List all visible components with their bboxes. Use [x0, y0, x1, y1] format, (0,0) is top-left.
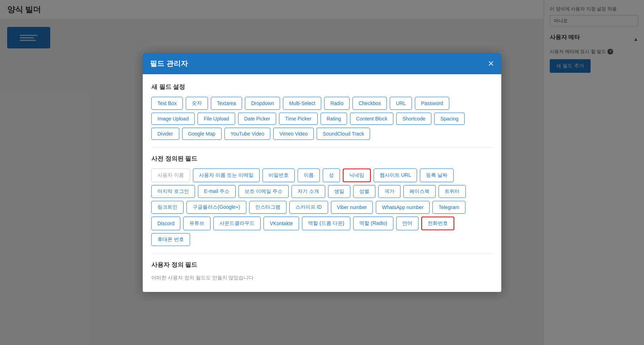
- custom-section-title: 사용자 정의 필드: [151, 261, 493, 269]
- predefined-btn-password-pre[interactable]: 비밀번호: [262, 169, 295, 182]
- predefined-btn-twitter[interactable]: 트위터: [439, 185, 466, 198]
- new-field-btn-youtube-video[interactable]: YouTube Video: [224, 128, 270, 140]
- predefined-btn-viber[interactable]: Viber number: [331, 201, 373, 214]
- modal-title: 필드 관리자: [150, 59, 188, 68]
- predefined-btn-username-or-email[interactable]: 사용자 이름 또는 이메일: [193, 169, 260, 182]
- new-field-btn-dropdown[interactable]: Dropdown: [245, 97, 280, 110]
- predefined-btn-gender[interactable]: 성별: [353, 185, 375, 198]
- new-field-btn-rating[interactable]: Rating: [321, 113, 347, 125]
- new-field-btn-textarea[interactable]: Textarea: [211, 97, 242, 110]
- modal-body: 새 필드 설정 Text Box숫자TextareaDropdownMulti-…: [143, 74, 501, 292]
- new-field-btn-multi-select[interactable]: Multi-Select: [283, 97, 321, 110]
- new-field-btn-time-picker[interactable]: Time Picker: [279, 113, 317, 125]
- modal-close-button[interactable]: ✕: [488, 60, 494, 68]
- predefined-btn-facebook[interactable]: 페이스북: [403, 185, 436, 198]
- new-field-btn-checkbox[interactable]: Checkbox: [352, 97, 387, 110]
- predefined-section-title: 사전 정의된 필드: [151, 155, 493, 163]
- predefined-btn-linkedin[interactable]: 링크트인: [151, 201, 184, 214]
- predefined-btn-bio[interactable]: 자기 소개: [292, 185, 325, 198]
- section-divider2: [151, 253, 493, 254]
- new-field-section-title: 새 필드 설정: [151, 83, 493, 91]
- predefined-btn-country[interactable]: 국가: [378, 185, 401, 198]
- predefined-btn-soundcloud[interactable]: 사운드클라우드: [213, 217, 261, 230]
- predefined-btn-username: 사용자 이름: [151, 169, 190, 182]
- predefined-field-buttons: 사용자 이름사용자 이름 또는 이메일비밀번호이름성닉네임웹사이트 URL등록 …: [151, 169, 493, 246]
- predefined-btn-lastname[interactable]: 성: [323, 169, 340, 182]
- predefined-btn-role-dropdown[interactable]: 역할 (드롭 다운): [302, 217, 350, 230]
- predefined-btn-reg-date[interactable]: 등록 날짜: [420, 169, 454, 182]
- predefined-btn-email[interactable]: E-mail 주소: [198, 185, 236, 198]
- predefined-btn-role-radio[interactable]: 역할 (Radio): [353, 217, 393, 230]
- custom-empty-text: 어떠한 사용자 정의 필드도 만들지 않았습니다: [151, 275, 493, 281]
- new-field-btn-content-block[interactable]: Content Block: [350, 113, 393, 125]
- predefined-btn-website-url[interactable]: 웹사이트 URL: [374, 169, 417, 182]
- new-field-btn-file-upload[interactable]: File Upload: [198, 113, 235, 125]
- predefined-btn-whatsapp[interactable]: WhatsApp number: [376, 201, 430, 214]
- new-field-buttons: Text Box숫자TextareaDropdownMulti-SelectRa…: [151, 97, 493, 140]
- new-field-btn-text-box[interactable]: Text Box: [151, 97, 183, 110]
- new-field-btn-radio[interactable]: Radio: [324, 97, 350, 110]
- predefined-btn-vkontakte[interactable]: VKontakte: [264, 217, 299, 230]
- predefined-btn-phone[interactable]: 전화번호: [421, 217, 454, 230]
- new-field-btn-date-picker[interactable]: Date Picker: [238, 113, 276, 125]
- new-field-btn-google-map[interactable]: Google Map: [182, 128, 222, 140]
- new-field-btn-spacing[interactable]: Spacing: [434, 113, 465, 125]
- predefined-btn-instagram[interactable]: 인스타그램: [249, 201, 287, 214]
- predefined-btn-telegram[interactable]: Telegram: [432, 201, 465, 214]
- predefined-btn-firstname[interactable]: 이름: [298, 169, 320, 182]
- section-divider1: [151, 147, 493, 147]
- new-field-btn-image-upload[interactable]: Image Upload: [151, 113, 195, 125]
- predefined-btn-birthday[interactable]: 생일: [328, 185, 350, 198]
- field-manager-modal: 필드 관리자 ✕ 새 필드 설정 Text Box숫자TextareaDropd…: [143, 53, 501, 292]
- new-field-btn-shortcode[interactable]: Shortcode: [396, 113, 431, 125]
- new-field-btn-number[interactable]: 숫자: [186, 97, 208, 110]
- predefined-btn-skype[interactable]: 스카이프 ID: [289, 201, 328, 214]
- new-field-btn-vimeo-video[interactable]: Vimeo Video: [273, 128, 314, 140]
- predefined-btn-discord[interactable]: Discord: [151, 217, 180, 230]
- predefined-btn-googleplus[interactable]: 구글플러스(Google+): [186, 201, 246, 214]
- predefined-btn-language[interactable]: 언어: [396, 217, 418, 230]
- predefined-btn-youtube[interactable]: 유튜브: [183, 217, 210, 230]
- predefined-btn-last-login[interactable]: 마지막 로그인: [151, 185, 195, 198]
- predefined-btn-secondary-email[interactable]: 보조 이메일 주소: [238, 185, 289, 198]
- new-field-btn-divider[interactable]: Divider: [151, 128, 179, 140]
- new-field-btn-password[interactable]: Password: [415, 97, 449, 110]
- predefined-btn-nickname[interactable]: 닉네임: [343, 169, 371, 182]
- new-field-btn-url[interactable]: URL: [390, 97, 412, 110]
- new-field-btn-soundcloud-track[interactable]: SoundCloud Track: [317, 128, 370, 140]
- modal-header: 필드 관리자 ✕: [143, 53, 501, 74]
- predefined-btn-mobile[interactable]: 휴대폰 번호: [151, 233, 190, 246]
